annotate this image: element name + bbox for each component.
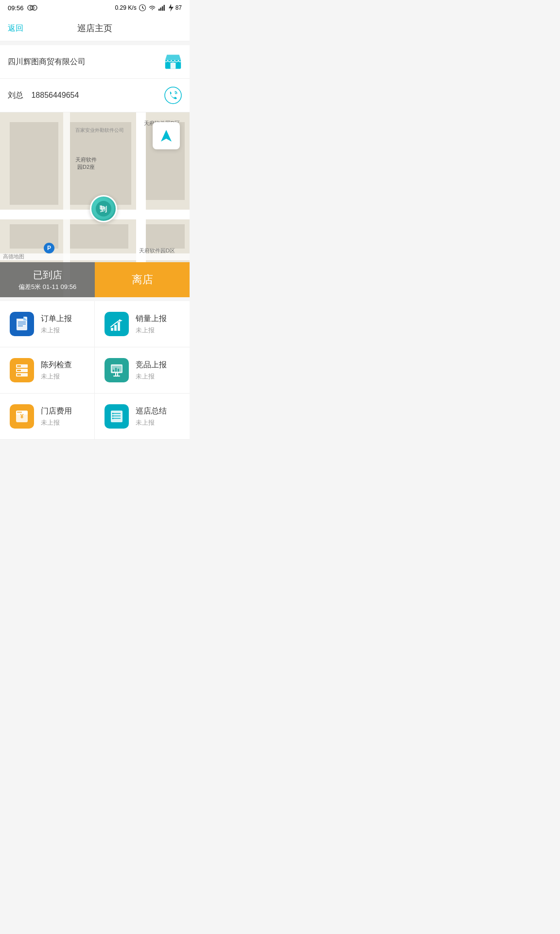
location-marker: 到: [90, 195, 117, 222]
svg-text:¥: ¥: [20, 413, 24, 420]
svg-point-54: [112, 413, 114, 414]
presentation-icon: [109, 362, 124, 378]
svg-rect-30: [111, 328, 113, 331]
menu-item-competitor-report[interactable]: 竞品上报 未上报: [95, 347, 190, 394]
store-expense-sub: 未上报: [41, 418, 72, 427]
tour-summary-sub: 未上报: [136, 418, 167, 427]
status-bar: 09:56 0.29 K/s 87: [0, 0, 190, 16]
signal-icon: [158, 4, 166, 12]
svg-rect-16: [70, 224, 128, 249]
status-time: 09:56: [8, 4, 24, 12]
status-left: 09:56: [8, 4, 37, 12]
display-check-sub: 未上报: [41, 372, 72, 381]
status-right: 0.29 K/s 87: [115, 4, 182, 12]
tour-summary-label: 巡店总结: [136, 406, 167, 416]
page-title: 巡店主页: [77, 22, 112, 34]
sales-report-text: 销量上报 未上报: [136, 314, 167, 335]
map-label-company: 百家安业外勤软件公司: [75, 127, 124, 134]
map-container: 百家安业外勤软件公司 天府软件园D区 天府软件园D2座 天府软件园D区 P 到 …: [0, 112, 190, 297]
svg-rect-22: [100, 205, 102, 209]
svg-rect-6: [171, 63, 176, 69]
svg-rect-43: [115, 368, 117, 372]
lightning-icon: [168, 4, 174, 12]
phone-icon[interactable]: [164, 87, 182, 104]
wifi-icon: [148, 4, 156, 12]
sales-report-icon-wrap: [105, 312, 129, 336]
svg-rect-18: [146, 224, 185, 249]
map-watermark: 高德地图: [3, 253, 24, 260]
display-check-label: 陈列检查: [41, 360, 72, 370]
parking-icon: P: [44, 243, 54, 253]
network-speed: 0.29 K/s: [115, 4, 137, 11]
svg-rect-31: [114, 325, 117, 331]
display-check-icon-wrap: [10, 358, 34, 382]
svg-point-55: [112, 415, 114, 417]
svg-rect-4: [163, 5, 165, 11]
map-bottom-actions: 已到店 偏差5米 01-11 09:56 离店: [0, 262, 190, 297]
svg-rect-1: [158, 9, 160, 11]
svg-point-7: [165, 87, 181, 104]
competitor-report-icon-wrap: [105, 358, 129, 382]
marker-inner: 到: [92, 198, 115, 220]
contact-section: 刘总 18856449654: [0, 79, 190, 112]
infinity-icon: [27, 4, 37, 12]
contact-name: 刘总: [8, 91, 23, 99]
svg-rect-32: [118, 322, 120, 331]
map-label-d2: 天府软件园D2座: [75, 156, 97, 171]
svg-rect-28: [18, 325, 23, 326]
contact-phone: 18856449654: [31, 91, 79, 99]
company-section: 四川辉图商贸有限公司: [0, 45, 190, 79]
menu-grid: 订单上报 未上报 销量上报 未上报: [0, 301, 190, 440]
order-report-icon-wrap: [10, 312, 34, 336]
display-check-text: 陈列检查 未上报: [41, 360, 72, 381]
map-label-d-bottom: 天府软件园D区: [139, 247, 175, 254]
navigation-icon: [159, 128, 174, 143]
leave-label: 离店: [132, 272, 153, 287]
menu-item-store-expense[interactable]: ¥ 门店费用 未上报: [0, 394, 95, 440]
arrived-button[interactable]: 已到店 偏差5米 01-11 09:56: [0, 262, 95, 297]
leave-button[interactable]: 离店: [95, 262, 190, 297]
menu-item-tour-summary[interactable]: 巡店总结 未上报: [95, 394, 190, 440]
svg-rect-49: [17, 412, 22, 413]
sales-report-sub: 未上报: [136, 326, 167, 335]
svg-rect-38: [17, 370, 21, 371]
company-name: 四川辉图商贸有限公司: [8, 57, 86, 67]
page-header: 返回 巡店主页: [0, 16, 190, 41]
sales-report-label: 销量上报: [136, 314, 167, 324]
store-expense-label: 门店费用: [41, 406, 72, 416]
navigation-button[interactable]: [153, 122, 180, 149]
svg-rect-25: [17, 317, 23, 319]
order-report-label: 订单上报: [41, 314, 72, 324]
chart-icon: [109, 316, 124, 332]
svg-rect-11: [0, 253, 190, 260]
store-expense-icon-wrap: ¥: [10, 404, 34, 429]
svg-rect-3: [162, 6, 163, 11]
menu-item-order-report[interactable]: 订单上报 未上报: [0, 301, 95, 347]
competitor-report-sub: 未上报: [136, 372, 167, 381]
svg-rect-27: [18, 323, 26, 324]
shop-icon: [164, 53, 182, 71]
svg-rect-39: [17, 374, 21, 376]
menu-item-sales-report[interactable]: 销量上报 未上报: [95, 301, 190, 347]
contact-info: 刘总 18856449654: [8, 90, 79, 101]
tour-summary-text: 巡店总结 未上报: [136, 406, 167, 427]
svg-rect-42: [113, 370, 114, 372]
menu-item-display-check[interactable]: 陈列检查 未上报: [0, 347, 95, 394]
svg-point-56: [112, 418, 114, 419]
document-icon: [15, 316, 29, 332]
battery-level: 87: [175, 4, 182, 11]
svg-rect-37: [17, 365, 21, 367]
back-button[interactable]: 返回: [8, 23, 23, 34]
arrived-sub-label: 偏差5米 01-11 09:56: [18, 283, 76, 291]
store-expense-text: 门店费用 未上报: [41, 406, 72, 427]
svg-rect-44: [118, 369, 119, 372]
arrived-main-label: 已到店: [33, 269, 62, 282]
svg-rect-23: [103, 207, 105, 209]
svg-marker-33: [119, 319, 122, 322]
list-icon: [109, 409, 124, 424]
competitor-report-text: 竞品上报 未上报: [136, 360, 167, 381]
stack-icon: [14, 362, 30, 378]
tour-summary-icon-wrap: [105, 404, 129, 429]
clock-icon: [139, 4, 146, 12]
svg-rect-14: [10, 122, 58, 205]
